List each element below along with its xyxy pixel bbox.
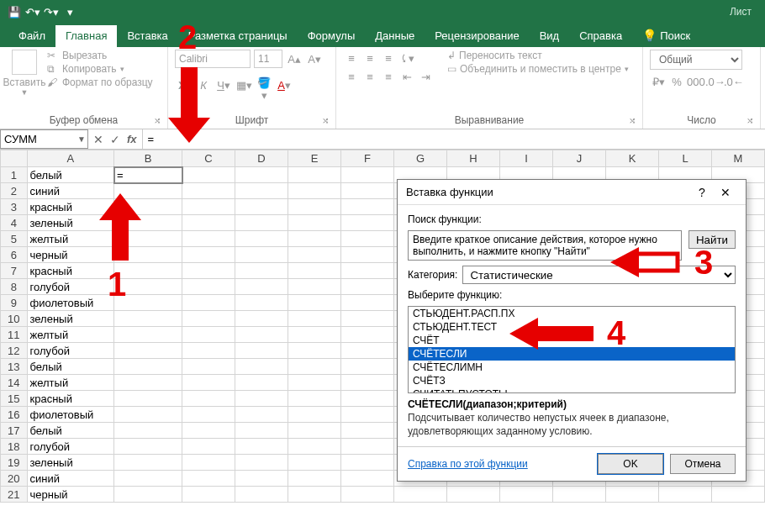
cell[interactable] (114, 391, 182, 407)
search-go-button[interactable]: Найти (688, 230, 736, 249)
row-header[interactable]: 7 (1, 263, 28, 279)
row-header[interactable]: 6 (1, 247, 28, 263)
cell[interactable] (182, 231, 235, 247)
indent-inc-button[interactable]: ⇥ (417, 68, 434, 85)
cell[interactable] (114, 327, 182, 343)
cell[interactable] (341, 279, 394, 295)
cell[interactable] (182, 167, 235, 183)
cell[interactable] (288, 327, 341, 343)
cell[interactable] (114, 183, 182, 199)
close-icon[interactable]: ✕ (714, 186, 737, 199)
dialog-launcher-icon[interactable]: ⤭ (154, 116, 161, 125)
cell[interactable] (182, 295, 235, 311)
cell[interactable] (182, 183, 235, 199)
cell[interactable] (235, 247, 288, 263)
col-header[interactable]: G (394, 150, 447, 167)
cell[interactable] (341, 375, 394, 391)
cell[interactable] (288, 359, 341, 375)
cell[interactable] (341, 391, 394, 407)
cell[interactable]: голубой (27, 439, 114, 455)
cell[interactable] (114, 343, 182, 359)
indent-dec-button[interactable]: ⇤ (398, 68, 415, 85)
cell[interactable] (114, 199, 182, 215)
row-header[interactable]: 17 (1, 423, 28, 439)
wrap-text-button[interactable]: ↲Переносить текст (447, 50, 629, 61)
row-header[interactable]: 16 (1, 407, 28, 423)
cell[interactable] (114, 295, 182, 311)
inc-decimal-button[interactable]: .0→ (705, 73, 722, 90)
dialog-launcher-icon[interactable]: ⤭ (322, 116, 329, 125)
cell[interactable]: красный (27, 199, 114, 215)
cell[interactable] (182, 407, 235, 423)
chevron-down-icon[interactable]: ▼ (77, 134, 86, 144)
cell[interactable] (114, 423, 182, 439)
cell[interactable] (288, 263, 341, 279)
cell[interactable] (235, 343, 288, 359)
cell[interactable] (341, 167, 394, 183)
col-header[interactable]: H (447, 150, 500, 167)
select-all-corner[interactable] (1, 150, 28, 167)
cell[interactable]: голубой (27, 343, 114, 359)
shrink-font-button[interactable]: A▾ (306, 50, 323, 67)
align-bottom-button[interactable]: ≡ (380, 50, 397, 66)
cell[interactable] (235, 215, 288, 231)
cell[interactable] (341, 455, 394, 471)
col-header[interactable]: I (500, 150, 553, 167)
tab-view[interactable]: Вид (530, 25, 570, 47)
cell[interactable] (182, 247, 235, 263)
cell[interactable] (235, 439, 288, 455)
redo-icon[interactable]: ↷▾ (42, 3, 61, 21)
cell[interactable] (288, 199, 341, 215)
col-header[interactable]: A (27, 150, 114, 167)
cell[interactable] (235, 471, 288, 487)
orientation-button[interactable]: ⤹▾ (398, 50, 415, 66)
dialog-launcher-icon[interactable]: ⤭ (629, 116, 636, 125)
cell[interactable] (288, 215, 341, 231)
col-header[interactable]: J (553, 150, 606, 167)
cell[interactable] (341, 407, 394, 423)
cell[interactable] (114, 231, 182, 247)
cell[interactable] (341, 231, 394, 247)
row-header[interactable]: 18 (1, 439, 28, 455)
row-header[interactable]: 13 (1, 359, 28, 375)
function-list-item[interactable]: СТЬЮДЕНТ.ТЕСТ (409, 320, 735, 334)
cell[interactable]: белый (27, 167, 114, 183)
tell-me-search[interactable]: 💡 Поиск (632, 24, 700, 47)
function-list-item[interactable]: СЧЁТЗ (409, 374, 735, 387)
cell[interactable] (341, 359, 394, 375)
cell[interactable]: белый (27, 423, 114, 439)
col-header[interactable]: C (182, 150, 235, 167)
cell[interactable] (114, 439, 182, 455)
cell[interactable]: = (114, 167, 182, 183)
cell[interactable] (235, 359, 288, 375)
comma-button[interactable]: 000 (687, 73, 704, 90)
row-header[interactable]: 19 (1, 455, 28, 471)
cell[interactable] (182, 487, 235, 503)
col-header[interactable]: D (235, 150, 288, 167)
qat-customize-icon[interactable]: ▾ (61, 3, 79, 21)
cell[interactable] (182, 311, 235, 327)
cell[interactable] (288, 375, 341, 391)
cell[interactable]: зеленый (27, 215, 114, 231)
format-painter-button[interactable]: 🖌Формат по образцу (47, 76, 153, 88)
tab-page-layout[interactable]: Разметка страницы (178, 25, 298, 47)
tab-help[interactable]: Справка (569, 25, 632, 47)
cell[interactable] (235, 487, 288, 503)
cut-button[interactable]: ✂Вырезать (47, 50, 153, 61)
cell[interactable]: зеленый (27, 455, 114, 471)
cell[interactable]: желтый (27, 231, 114, 247)
cell[interactable] (288, 279, 341, 295)
row-header[interactable]: 8 (1, 279, 28, 295)
cell[interactable] (114, 359, 182, 375)
cell[interactable] (288, 471, 341, 487)
cell[interactable] (341, 215, 394, 231)
col-header[interactable]: F (341, 150, 394, 167)
function-list-item[interactable]: СЧЁТЕСЛИ (409, 347, 735, 361)
cell[interactable] (114, 487, 182, 503)
cell[interactable] (288, 183, 341, 199)
cell[interactable] (182, 327, 235, 343)
cell[interactable] (447, 487, 500, 503)
cell[interactable]: черный (27, 247, 114, 263)
cell[interactable] (114, 215, 182, 231)
cell[interactable]: желтый (27, 327, 114, 343)
